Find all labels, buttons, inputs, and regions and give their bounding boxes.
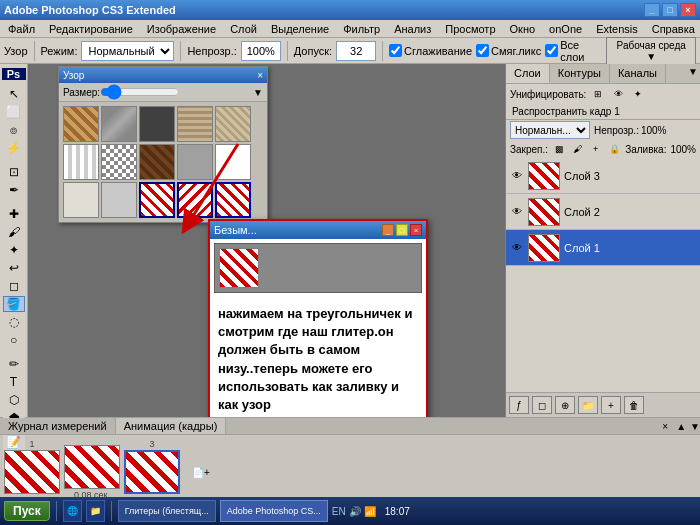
tool-eyedropper[interactable]: ✒ bbox=[3, 182, 25, 198]
taskbar-folder-btn[interactable]: 📁 bbox=[86, 500, 105, 522]
menu-select[interactable]: Выделение bbox=[265, 22, 335, 36]
pattern-cell-10[interactable] bbox=[215, 144, 251, 180]
add-frame-btn[interactable]: 📄+ bbox=[192, 467, 210, 478]
pattern-cell-15[interactable] bbox=[215, 182, 251, 218]
panel-menu-button[interactable]: ▼ bbox=[686, 64, 700, 83]
minimize-button[interactable]: _ bbox=[644, 3, 660, 17]
pattern-cell-1[interactable] bbox=[63, 106, 99, 142]
menu-analyze[interactable]: Анализ bbox=[388, 22, 437, 36]
pattern-cell-9[interactable] bbox=[177, 144, 213, 180]
layer-item-3[interactable]: 👁 Слой 3 bbox=[506, 158, 700, 194]
tab-layers[interactable]: Слои bbox=[506, 64, 550, 83]
layer-mask-btn[interactable]: ◻ bbox=[532, 396, 552, 414]
flow-input[interactable] bbox=[336, 41, 376, 61]
tool-brush[interactable]: 🖌 bbox=[3, 224, 25, 240]
start-button[interactable]: Пуск bbox=[4, 501, 50, 521]
tool-lasso[interactable]: ⌾ bbox=[3, 122, 25, 138]
panel-menu-btn[interactable]: ▼ bbox=[690, 421, 700, 432]
smoothing-checkbox[interactable] bbox=[389, 44, 402, 57]
pattern-cell-11[interactable] bbox=[63, 182, 99, 218]
tool-pen[interactable]: ✏ bbox=[3, 356, 25, 372]
menu-view[interactable]: Просмотр bbox=[439, 22, 501, 36]
lock-all-btn[interactable]: 🔒 bbox=[607, 141, 621, 157]
panel-close-btn[interactable]: × bbox=[658, 421, 672, 432]
panel-expand-btn[interactable]: ▲ bbox=[676, 421, 686, 432]
lock-image-btn[interactable]: 🖌 bbox=[570, 141, 584, 157]
menu-filter[interactable]: Фильтр bbox=[337, 22, 386, 36]
blend-mode-select[interactable]: Нормальный bbox=[81, 41, 174, 61]
menu-layer[interactable]: Слой bbox=[224, 22, 263, 36]
tab-animation[interactable]: Анимация (кадры) bbox=[116, 418, 227, 434]
all-layers-checkbox[interactable] bbox=[545, 44, 558, 57]
dialog-minimize[interactable]: _ bbox=[382, 224, 394, 236]
pattern-size-slider[interactable] bbox=[100, 85, 180, 99]
layer-blend-select[interactable]: Нормальн... bbox=[510, 121, 590, 139]
tool-move[interactable]: ↖ bbox=[3, 86, 25, 102]
pattern-cell-5[interactable] bbox=[215, 106, 251, 142]
tool-history-brush[interactable]: ↩ bbox=[3, 260, 25, 276]
maximize-button[interactable]: □ bbox=[662, 3, 678, 17]
pattern-cell-6[interactable] bbox=[63, 144, 99, 180]
taskbar-btn-glitters[interactable]: Глитеры (блестящ... bbox=[118, 500, 216, 522]
tool-eraser[interactable]: ◻ bbox=[3, 278, 25, 294]
pattern-cell-4[interactable] bbox=[177, 106, 213, 142]
tool-marquee[interactable]: ⬜ bbox=[3, 104, 25, 120]
frame-thumb-1[interactable] bbox=[4, 450, 60, 494]
menu-edit[interactable]: Редактирование bbox=[43, 22, 139, 36]
tool-blur[interactable]: ◌ bbox=[3, 314, 25, 330]
tool-text[interactable]: T bbox=[3, 374, 25, 390]
dialog-window-controls[interactable]: _ □ × bbox=[382, 224, 422, 236]
workspace-selector[interactable]: Рабочая среда ▼ bbox=[606, 37, 696, 65]
tab-paths[interactable]: Контуры bbox=[550, 64, 610, 83]
dialog-close[interactable]: × bbox=[410, 224, 422, 236]
tab-channels[interactable]: Каналы bbox=[610, 64, 666, 83]
pattern-cell-7[interactable] bbox=[101, 144, 137, 180]
tab-history[interactable]: Журнал измерений bbox=[0, 418, 116, 434]
unify-position-btn[interactable]: ⊞ bbox=[590, 86, 606, 102]
menu-extensis[interactable]: Extensis bbox=[590, 22, 644, 36]
layer-visibility-2[interactable]: 👁 bbox=[510, 205, 524, 219]
layer-style-btn[interactable]: ƒ bbox=[509, 396, 529, 414]
layer-delete-btn[interactable]: 🗑 bbox=[624, 396, 644, 414]
unify-visibility-btn[interactable]: 👁 bbox=[610, 86, 626, 102]
opacity-input[interactable] bbox=[241, 41, 281, 61]
window-controls[interactable]: _ □ × bbox=[644, 3, 696, 17]
layer-visibility-3[interactable]: 👁 bbox=[510, 169, 524, 183]
unify-style-btn[interactable]: ✦ bbox=[630, 86, 646, 102]
layer-group-btn[interactable]: 📁 bbox=[578, 396, 598, 414]
tool-clone[interactable]: ✦ bbox=[3, 242, 25, 258]
frame-thumb-3[interactable] bbox=[124, 450, 180, 494]
pattern-cell-14[interactable] bbox=[177, 182, 213, 218]
layer-adjustment-btn[interactable]: ⊕ bbox=[555, 396, 575, 414]
lock-transparent-btn[interactable]: ▩ bbox=[552, 141, 566, 157]
pattern-cell-13[interactable] bbox=[139, 182, 175, 218]
close-button[interactable]: × bbox=[680, 3, 696, 17]
menu-onone[interactable]: onOne bbox=[543, 22, 588, 36]
pattern-cell-12[interactable] bbox=[101, 182, 137, 218]
frame-thumb-2[interactable] bbox=[64, 445, 120, 489]
layer-item-1[interactable]: 👁 Слой 1 bbox=[506, 230, 700, 266]
menu-image[interactable]: Изображение bbox=[141, 22, 222, 36]
lock-position-btn[interactable]: + bbox=[589, 141, 603, 157]
pattern-menu-button[interactable]: ▼ bbox=[253, 87, 263, 98]
menu-help[interactable]: Справка bbox=[646, 22, 700, 36]
tool-paint-bucket[interactable]: 🪣 bbox=[3, 296, 25, 312]
tool-magic-wand[interactable]: ⚡ bbox=[3, 140, 25, 156]
taskbar-ie-btn[interactable]: 🌐 bbox=[63, 500, 82, 522]
tool-healing[interactable]: ✚ bbox=[3, 206, 25, 222]
pattern-picker-close[interactable]: × bbox=[257, 70, 263, 81]
layer-visibility-1[interactable]: 👁 bbox=[510, 241, 524, 255]
menu-window[interactable]: Окно bbox=[504, 22, 542, 36]
layer-item-2[interactable]: 👁 Слой 2 bbox=[506, 194, 700, 230]
taskbar-btn-photoshop[interactable]: Adobe Photoshop CS... bbox=[220, 500, 328, 522]
workspace-button[interactable]: Рабочая среда ▼ bbox=[606, 37, 696, 65]
smudge-checkbox[interactable] bbox=[476, 44, 489, 57]
layer-new-btn[interactable]: + bbox=[601, 396, 621, 414]
tool-dodge[interactable]: ○ bbox=[3, 332, 25, 348]
pattern-cell-3[interactable] bbox=[139, 106, 175, 142]
dialog-maximize[interactable]: □ bbox=[396, 224, 408, 236]
tool-path[interactable]: ⬡ bbox=[3, 392, 25, 408]
tool-crop[interactable]: ⊡ bbox=[3, 164, 25, 180]
pattern-cell-8[interactable] bbox=[139, 144, 175, 180]
menu-file[interactable]: Файл bbox=[2, 22, 41, 36]
